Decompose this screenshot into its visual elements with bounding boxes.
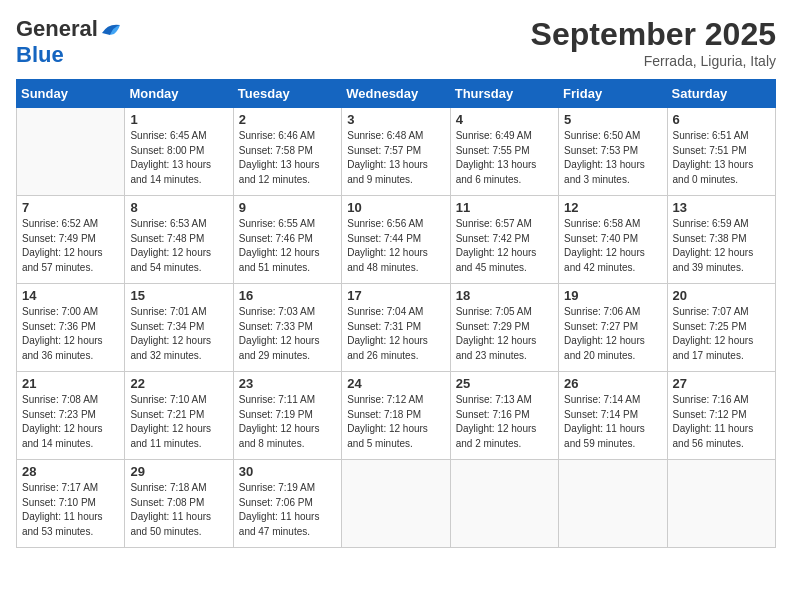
day-number: 5: [564, 112, 661, 127]
day-number: 29: [130, 464, 227, 479]
calendar-cell: 16Sunrise: 7:03 AM Sunset: 7:33 PM Dayli…: [233, 284, 341, 372]
calendar-cell: 14Sunrise: 7:00 AM Sunset: 7:36 PM Dayli…: [17, 284, 125, 372]
calendar-cell: 15Sunrise: 7:01 AM Sunset: 7:34 PM Dayli…: [125, 284, 233, 372]
cell-info: Sunrise: 7:01 AM Sunset: 7:34 PM Dayligh…: [130, 305, 227, 363]
day-number: 23: [239, 376, 336, 391]
logo-general: General: [16, 16, 98, 42]
calendar-cell: 21Sunrise: 7:08 AM Sunset: 7:23 PM Dayli…: [17, 372, 125, 460]
calendar-cell: 4Sunrise: 6:49 AM Sunset: 7:55 PM Daylig…: [450, 108, 558, 196]
calendar-cell: 19Sunrise: 7:06 AM Sunset: 7:27 PM Dayli…: [559, 284, 667, 372]
calendar-cell: 22Sunrise: 7:10 AM Sunset: 7:21 PM Dayli…: [125, 372, 233, 460]
calendar-cell: 26Sunrise: 7:14 AM Sunset: 7:14 PM Dayli…: [559, 372, 667, 460]
week-row-1: 1Sunrise: 6:45 AM Sunset: 8:00 PM Daylig…: [17, 108, 776, 196]
calendar-cell: [17, 108, 125, 196]
day-number: 15: [130, 288, 227, 303]
week-row-3: 14Sunrise: 7:00 AM Sunset: 7:36 PM Dayli…: [17, 284, 776, 372]
cell-info: Sunrise: 7:06 AM Sunset: 7:27 PM Dayligh…: [564, 305, 661, 363]
day-number: 27: [673, 376, 770, 391]
calendar-cell: 9Sunrise: 6:55 AM Sunset: 7:46 PM Daylig…: [233, 196, 341, 284]
calendar-cell: 11Sunrise: 6:57 AM Sunset: 7:42 PM Dayli…: [450, 196, 558, 284]
calendar-cell: 23Sunrise: 7:11 AM Sunset: 7:19 PM Dayli…: [233, 372, 341, 460]
day-number: 14: [22, 288, 119, 303]
month-title: September 2025: [531, 16, 776, 53]
cell-info: Sunrise: 7:00 AM Sunset: 7:36 PM Dayligh…: [22, 305, 119, 363]
month-title-block: September 2025 Ferrada, Liguria, Italy: [531, 16, 776, 69]
day-header-monday: Monday: [125, 80, 233, 108]
calendar-cell: 2Sunrise: 6:46 AM Sunset: 7:58 PM Daylig…: [233, 108, 341, 196]
calendar-cell: [450, 460, 558, 548]
calendar-cell: 25Sunrise: 7:13 AM Sunset: 7:16 PM Dayli…: [450, 372, 558, 460]
week-row-5: 28Sunrise: 7:17 AM Sunset: 7:10 PM Dayli…: [17, 460, 776, 548]
cell-info: Sunrise: 7:16 AM Sunset: 7:12 PM Dayligh…: [673, 393, 770, 451]
cell-info: Sunrise: 7:12 AM Sunset: 7:18 PM Dayligh…: [347, 393, 444, 451]
calendar-cell: 12Sunrise: 6:58 AM Sunset: 7:40 PM Dayli…: [559, 196, 667, 284]
calendar-cell: 8Sunrise: 6:53 AM Sunset: 7:48 PM Daylig…: [125, 196, 233, 284]
day-number: 20: [673, 288, 770, 303]
day-number: 11: [456, 200, 553, 215]
day-header-friday: Friday: [559, 80, 667, 108]
cell-info: Sunrise: 6:57 AM Sunset: 7:42 PM Dayligh…: [456, 217, 553, 275]
cell-info: Sunrise: 7:13 AM Sunset: 7:16 PM Dayligh…: [456, 393, 553, 451]
cell-info: Sunrise: 6:55 AM Sunset: 7:46 PM Dayligh…: [239, 217, 336, 275]
cell-info: Sunrise: 6:58 AM Sunset: 7:40 PM Dayligh…: [564, 217, 661, 275]
week-row-4: 21Sunrise: 7:08 AM Sunset: 7:23 PM Dayli…: [17, 372, 776, 460]
logo-blue: Blue: [16, 42, 64, 67]
calendar-cell: 1Sunrise: 6:45 AM Sunset: 8:00 PM Daylig…: [125, 108, 233, 196]
calendar-cell: 7Sunrise: 6:52 AM Sunset: 7:49 PM Daylig…: [17, 196, 125, 284]
day-number: 10: [347, 200, 444, 215]
cell-info: Sunrise: 7:18 AM Sunset: 7:08 PM Dayligh…: [130, 481, 227, 539]
day-number: 18: [456, 288, 553, 303]
calendar-cell: [342, 460, 450, 548]
day-number: 16: [239, 288, 336, 303]
day-header-saturday: Saturday: [667, 80, 775, 108]
calendar-cell: 13Sunrise: 6:59 AM Sunset: 7:38 PM Dayli…: [667, 196, 775, 284]
logo-bird-icon: [100, 21, 122, 37]
cell-info: Sunrise: 7:19 AM Sunset: 7:06 PM Dayligh…: [239, 481, 336, 539]
cell-info: Sunrise: 7:11 AM Sunset: 7:19 PM Dayligh…: [239, 393, 336, 451]
day-number: 4: [456, 112, 553, 127]
cell-info: Sunrise: 6:56 AM Sunset: 7:44 PM Dayligh…: [347, 217, 444, 275]
day-number: 22: [130, 376, 227, 391]
day-header-wednesday: Wednesday: [342, 80, 450, 108]
day-number: 28: [22, 464, 119, 479]
calendar-cell: 6Sunrise: 6:51 AM Sunset: 7:51 PM Daylig…: [667, 108, 775, 196]
calendar-cell: 29Sunrise: 7:18 AM Sunset: 7:08 PM Dayli…: [125, 460, 233, 548]
day-number: 24: [347, 376, 444, 391]
cell-info: Sunrise: 6:51 AM Sunset: 7:51 PM Dayligh…: [673, 129, 770, 187]
cell-info: Sunrise: 7:17 AM Sunset: 7:10 PM Dayligh…: [22, 481, 119, 539]
day-number: 9: [239, 200, 336, 215]
cell-info: Sunrise: 7:07 AM Sunset: 7:25 PM Dayligh…: [673, 305, 770, 363]
logo: General Blue: [16, 16, 122, 68]
cell-info: Sunrise: 6:53 AM Sunset: 7:48 PM Dayligh…: [130, 217, 227, 275]
cell-info: Sunrise: 7:03 AM Sunset: 7:33 PM Dayligh…: [239, 305, 336, 363]
cell-info: Sunrise: 7:14 AM Sunset: 7:14 PM Dayligh…: [564, 393, 661, 451]
cell-info: Sunrise: 6:59 AM Sunset: 7:38 PM Dayligh…: [673, 217, 770, 275]
calendar-cell: 27Sunrise: 7:16 AM Sunset: 7:12 PM Dayli…: [667, 372, 775, 460]
calendar-cell: 3Sunrise: 6:48 AM Sunset: 7:57 PM Daylig…: [342, 108, 450, 196]
day-number: 13: [673, 200, 770, 215]
calendar-cell: [559, 460, 667, 548]
day-number: 26: [564, 376, 661, 391]
week-row-2: 7Sunrise: 6:52 AM Sunset: 7:49 PM Daylig…: [17, 196, 776, 284]
cell-info: Sunrise: 7:08 AM Sunset: 7:23 PM Dayligh…: [22, 393, 119, 451]
cell-info: Sunrise: 6:50 AM Sunset: 7:53 PM Dayligh…: [564, 129, 661, 187]
cell-info: Sunrise: 6:48 AM Sunset: 7:57 PM Dayligh…: [347, 129, 444, 187]
cell-info: Sunrise: 6:46 AM Sunset: 7:58 PM Dayligh…: [239, 129, 336, 187]
calendar-table: SundayMondayTuesdayWednesdayThursdayFrid…: [16, 79, 776, 548]
calendar-cell: 20Sunrise: 7:07 AM Sunset: 7:25 PM Dayli…: [667, 284, 775, 372]
day-number: 7: [22, 200, 119, 215]
day-header-thursday: Thursday: [450, 80, 558, 108]
day-number: 2: [239, 112, 336, 127]
day-number: 19: [564, 288, 661, 303]
cell-info: Sunrise: 6:52 AM Sunset: 7:49 PM Dayligh…: [22, 217, 119, 275]
cell-info: Sunrise: 7:05 AM Sunset: 7:29 PM Dayligh…: [456, 305, 553, 363]
calendar-cell: 24Sunrise: 7:12 AM Sunset: 7:18 PM Dayli…: [342, 372, 450, 460]
day-number: 3: [347, 112, 444, 127]
calendar-cell: [667, 460, 775, 548]
calendar-cell: 5Sunrise: 6:50 AM Sunset: 7:53 PM Daylig…: [559, 108, 667, 196]
calendar-cell: 30Sunrise: 7:19 AM Sunset: 7:06 PM Dayli…: [233, 460, 341, 548]
calendar-cell: 17Sunrise: 7:04 AM Sunset: 7:31 PM Dayli…: [342, 284, 450, 372]
cell-info: Sunrise: 6:45 AM Sunset: 8:00 PM Dayligh…: [130, 129, 227, 187]
day-number: 8: [130, 200, 227, 215]
cell-info: Sunrise: 7:10 AM Sunset: 7:21 PM Dayligh…: [130, 393, 227, 451]
